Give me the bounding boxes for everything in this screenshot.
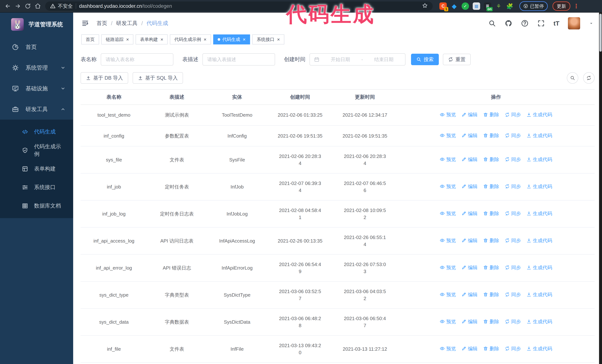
delete-link[interactable]: 删除 [483, 237, 499, 244]
edit-link[interactable]: 编辑 [462, 291, 478, 298]
edit-link[interactable]: 编辑 [462, 111, 478, 118]
generate-code-link[interactable]: 生成代码 [527, 291, 552, 298]
sidebar-item-3[interactable]: 研发工具 [0, 99, 73, 120]
preview-link[interactable]: 预览 [440, 264, 456, 271]
extension-icon-green-plant[interactable]: ⚘ [495, 2, 502, 10]
preview-link[interactable]: 预览 [440, 111, 456, 118]
generate-code-link[interactable]: 生成代码 [527, 132, 552, 139]
generate-code-link[interactable]: 生成代码 [527, 156, 552, 163]
sidebar-subitem-0[interactable]: 代码生成 [0, 123, 73, 141]
browser-back-button[interactable] [3, 2, 12, 10]
tab-5[interactable]: 系统接口× [252, 34, 284, 44]
browser-forward-button[interactable] [13, 2, 22, 10]
security-warning[interactable]: 不安全 [50, 3, 73, 10]
breadcrumb-dev-tools[interactable]: 研发工具 [116, 20, 138, 27]
avatar-caret-down-icon[interactable] [589, 21, 594, 26]
sidebar-logo-row[interactable]: 🐰 芋道管理系统 [0, 12, 73, 37]
preview-link[interactable]: 预览 [440, 132, 456, 139]
search-icon[interactable] [488, 20, 496, 27]
delete-link[interactable]: 删除 [483, 183, 499, 190]
address-bar[interactable]: 不安全 dashboard.yudao.iocoder.cn/tool/code… [45, 1, 433, 11]
tab-close-icon[interactable]: × [277, 37, 280, 42]
generate-code-link[interactable]: 生成代码 [527, 318, 552, 325]
extension-icon-orange[interactable]: C1 [439, 2, 447, 10]
sidebar-subitem-2[interactable]: 表单构建 [0, 160, 73, 178]
delete-link[interactable]: 删除 [483, 210, 499, 217]
sync-link[interactable]: 同步 [505, 111, 521, 118]
table-name-input[interactable] [101, 53, 173, 65]
generate-code-link[interactable]: 生成代码 [527, 237, 552, 244]
edit-link[interactable]: 编辑 [462, 210, 478, 217]
delete-link[interactable]: 删除 [483, 264, 499, 271]
tab-close-icon[interactable]: × [204, 37, 206, 42]
extension-icon-dark[interactable]: ≣on [484, 2, 491, 10]
generate-code-link[interactable]: 生成代码 [527, 264, 552, 271]
sync-link[interactable]: 同步 [505, 264, 521, 271]
edit-link[interactable]: 编辑 [462, 132, 478, 139]
edit-link[interactable]: 编辑 [462, 237, 478, 244]
tab-3[interactable]: 代码生成示例× [170, 34, 211, 44]
sync-link[interactable]: 同步 [505, 183, 521, 190]
sync-link[interactable]: 同步 [505, 210, 521, 217]
bookmark-star-icon[interactable] [422, 3, 428, 10]
preview-link[interactable]: 预览 [440, 156, 456, 163]
tab-close-icon[interactable]: × [243, 37, 246, 42]
delete-link[interactable]: 删除 [483, 291, 499, 298]
tab-2[interactable]: 表单构建× [136, 34, 168, 44]
generate-code-link[interactable]: 生成代码 [527, 210, 552, 217]
tab-0[interactable]: 首页 [81, 34, 99, 44]
generate-code-link[interactable]: 生成代码 [527, 183, 552, 190]
extension-icon-green-check[interactable]: ✓ [462, 2, 469, 10]
delete-link[interactable]: 删除 [483, 345, 499, 352]
preview-link[interactable]: 预览 [440, 237, 456, 244]
edit-link[interactable]: 编辑 [462, 318, 478, 325]
sync-link[interactable]: 同步 [505, 132, 521, 139]
fullscreen-icon[interactable] [537, 20, 545, 27]
page-scrollbar[interactable] [599, 12, 602, 364]
preview-link[interactable]: 预览 [440, 210, 456, 217]
edit-link[interactable]: 编辑 [462, 183, 478, 190]
user-avatar[interactable] [568, 17, 580, 30]
scrollbar-thumb[interactable] [599, 14, 602, 52]
tab-close-icon[interactable]: × [126, 37, 129, 42]
sync-link[interactable]: 同步 [505, 291, 521, 298]
browser-update-button[interactable]: 更新 [553, 1, 570, 11]
generate-code-link[interactable]: 生成代码 [527, 111, 552, 118]
reset-button[interactable]: 重置 [443, 54, 471, 65]
preview-link[interactable]: 预览 [440, 291, 456, 298]
sync-link[interactable]: 同步 [505, 156, 521, 163]
preview-link[interactable]: 预览 [440, 345, 456, 352]
preview-link[interactable]: 预览 [440, 183, 456, 190]
sync-link[interactable]: 同步 [505, 318, 521, 325]
sidebar-collapse-icon[interactable] [81, 20, 89, 27]
search-button[interactable]: 搜索 [411, 54, 439, 65]
breadcrumb-home[interactable]: 首页 [97, 20, 107, 27]
delete-link[interactable]: 删除 [483, 318, 499, 325]
refresh-table-button[interactable] [583, 72, 595, 84]
table-desc-input[interactable] [203, 53, 275, 65]
delete-link[interactable]: 删除 [483, 111, 499, 118]
preview-link[interactable]: 预览 [440, 318, 456, 325]
tab-4[interactable]: 代码生成× [213, 34, 250, 44]
extensions-puzzle-icon[interactable]: 🧩 [506, 2, 514, 10]
sidebar-subitem-3[interactable]: 系统接口 [0, 178, 73, 197]
generate-code-link[interactable]: 生成代码 [527, 345, 552, 352]
sidebar-subitem-4[interactable]: 数据库文档 [0, 197, 73, 215]
sync-link[interactable]: 同步 [505, 237, 521, 244]
sidebar-item-0[interactable]: 首页 [0, 37, 73, 57]
help-icon[interactable] [521, 20, 529, 27]
tab-close-icon[interactable]: × [161, 37, 163, 42]
profile-paused-badge[interactable]: 😲 已暂停 [519, 1, 548, 11]
font-size-icon[interactable]: tT [553, 20, 559, 27]
sidebar-item-1[interactable]: 系统管理 [0, 57, 73, 78]
edit-link[interactable]: 编辑 [462, 264, 478, 271]
import-db-button[interactable]: 基于 DB 导入 [81, 72, 128, 84]
create-time-range-picker[interactable]: 开始日期 - 结束日期 [310, 53, 406, 65]
extension-icon-grid[interactable]: ▦ [473, 2, 480, 10]
delete-link[interactable]: 删除 [483, 156, 499, 163]
github-icon[interactable] [505, 20, 512, 27]
toggle-search-button[interactable] [567, 72, 578, 84]
edit-link[interactable]: 编辑 [462, 156, 478, 163]
browser-menu-icon[interactable]: ⋮ [573, 3, 580, 10]
sidebar-item-2[interactable]: 基础设施 [0, 78, 73, 99]
